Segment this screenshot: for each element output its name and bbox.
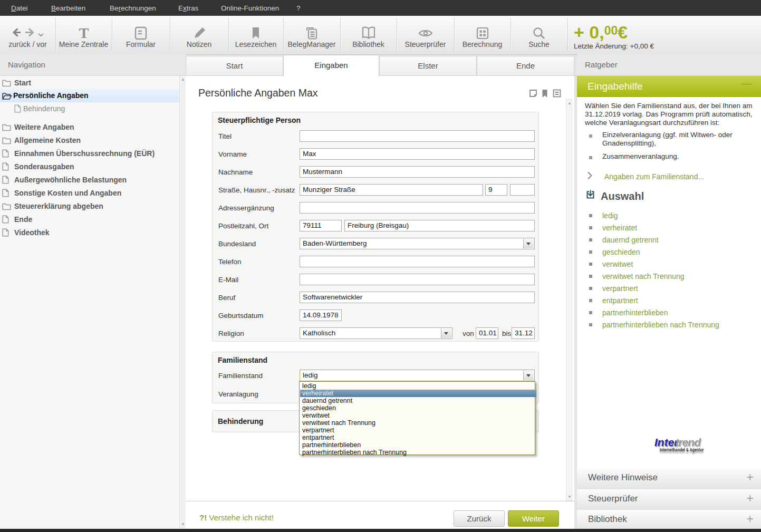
svg-text:T: T [79, 26, 89, 40]
